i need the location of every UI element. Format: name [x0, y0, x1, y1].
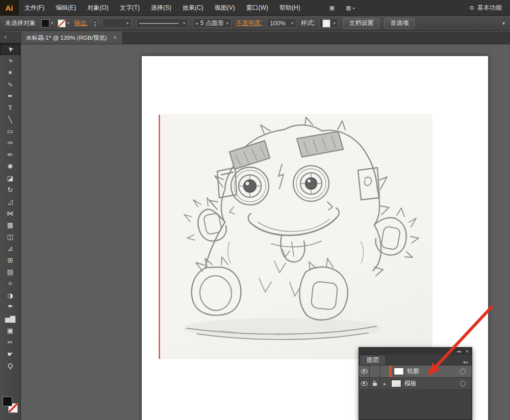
width-profile-dropdown[interactable]: ▾ — [136, 18, 188, 28]
perspective-grid-tool[interactable]: ⊿ — [0, 243, 20, 254]
fill-stroke-swatches[interactable] — [3, 397, 18, 413]
direct-selection-tool[interactable]: ➢ — [0, 55, 20, 67]
document-window-icon[interactable]: ▣ — [329, 5, 335, 11]
monster-sketch-svg — [158, 114, 432, 359]
chevron-down-icon: ▾ — [333, 21, 335, 25]
stroke-width-dropdown[interactable]: ▾ — [102, 18, 132, 28]
type-tool[interactable]: T — [0, 102, 20, 114]
layer-thumbnail[interactable] — [391, 380, 401, 387]
document-tab[interactable]: 未标题-1* @ 139% (RGB/预览) × — [20, 32, 123, 44]
workspace-switcher[interactable]: ⧉ 基本功能 — [470, 4, 510, 12]
arrange-documents-control[interactable]: ▦ ▾ — [346, 5, 354, 11]
menu-item-0[interactable]: 文件(F) — [19, 0, 50, 15]
lock-toggle[interactable] — [370, 365, 380, 377]
fill-color-control[interactable]: ▾ — [41, 19, 53, 28]
step-down-icon[interactable]: ▾ — [94, 23, 96, 27]
monster-mouth — [248, 208, 339, 262]
lasso-tool[interactable]: ∿ — [0, 78, 20, 90]
free-transform-tool[interactable]: ▦ — [0, 219, 20, 231]
shape-builder-tool[interactable]: ◫ — [0, 231, 20, 243]
visibility-toggle[interactable] — [359, 365, 370, 377]
layer-thumbnail[interactable] — [394, 368, 404, 375]
preferences-button[interactable]: 首选项 — [384, 18, 415, 29]
control-panel-menu-icon[interactable]: ▾ — [502, 20, 505, 26]
brush-definition-dropdown[interactable]: • 5 点圆形 ▾ — [193, 18, 232, 28]
selection-tool[interactable]: ➤ — [0, 43, 20, 55]
pencil-tool[interactable]: ✏ — [0, 149, 20, 161]
panel-collapse-icon[interactable]: ◂◂ — [457, 349, 461, 354]
stroke-panel-link[interactable]: 描边: — [74, 19, 88, 28]
stroke-none-swatch — [58, 19, 66, 28]
eyedropper-tool[interactable]: ✧ — [0, 278, 20, 290]
eraser-tool[interactable]: ◪ — [0, 172, 20, 184]
menu-item-2[interactable]: 对象(O) — [82, 0, 114, 15]
stroke-width-stepper[interactable]: ▴▾ — [92, 19, 97, 28]
zoom-tool[interactable]: Ϙ — [0, 360, 20, 372]
control-bar: 未选择对象 ▾ ▾ 描边: ▴▾ ▾ ▾ • 5 点圆形 ▾ 不透明度: 100… — [0, 16, 510, 31]
step-up-icon[interactable]: ▴ — [94, 20, 96, 23]
artboard-tool[interactable]: ▣ — [0, 325, 20, 336]
opacity-dropdown[interactable]: 100% ▾ — [267, 18, 296, 28]
layer-row-1[interactable]: ▸模板 — [359, 378, 472, 390]
panel-close-icon[interactable]: × — [466, 348, 469, 354]
workspace-icon: ⧉ — [470, 5, 474, 11]
menu-item-3[interactable]: 文字(T) — [114, 0, 145, 15]
blend-tool[interactable]: ◑ — [0, 290, 20, 301]
layer-name[interactable]: 模板 — [404, 379, 460, 388]
scale-tool[interactable]: ◿ — [0, 196, 20, 207]
slice-tool[interactable]: ✂ — [0, 336, 20, 348]
menu-item-8[interactable]: 帮助(H) — [274, 0, 306, 15]
target-circle-icon[interactable] — [460, 369, 466, 374]
blend-tool-icon: ◑ — [7, 292, 13, 299]
app-logo[interactable]: Ai — [0, 0, 19, 15]
style-dropdown[interactable]: ▾ — [319, 18, 338, 28]
layer-name[interactable]: 轮廓 — [407, 367, 460, 376]
toolbar-fill-swatch[interactable] — [3, 397, 12, 406]
style-label: 样式: — [301, 19, 315, 28]
artboard-tool-icon: ▣ — [7, 327, 13, 334]
rotate-tool[interactable]: ↻ — [0, 184, 20, 196]
menu-item-4[interactable]: 选择(S) — [145, 0, 177, 15]
eye-icon — [361, 369, 368, 374]
menu-item-6[interactable]: 视图(V) — [209, 0, 241, 15]
chevron-down-icon: ▾ — [126, 21, 129, 25]
disclosure-triangle[interactable]: ▸ — [380, 378, 389, 389]
symbol-sprayer-tool[interactable]: ☂ — [0, 301, 20, 313]
paintbrush-tool[interactable]: ✑ — [0, 137, 20, 149]
panel-menu-icon[interactable]: ▾≡ — [463, 360, 472, 365]
layer-color-bar — [389, 365, 392, 377]
line-segment-tool[interactable]: ╲ — [0, 114, 20, 125]
menu-item-5[interactable]: 效果(C) — [177, 0, 209, 15]
tools-panel: » ➤➢✶∿✒T╲▭✑✏✺◪↻◿⋈▦◫⊿⊞▤✧◑☂▅▇▣✂☛Ϙ — [0, 32, 21, 420]
hand-tool[interactable]: ☛ — [0, 348, 20, 360]
toolbar-collapse-icon[interactable]: » — [0, 32, 20, 43]
blob-brush-tool[interactable]: ✺ — [0, 161, 20, 172]
pen-tool-icon: ✒ — [8, 92, 13, 100]
opacity-link[interactable]: 不透明度: — [236, 19, 262, 28]
gradient-tool[interactable]: ▤ — [0, 266, 20, 278]
scale-tool-icon: ◿ — [8, 198, 13, 205]
layers-tab[interactable]: 图层 — [360, 355, 386, 365]
stroke-color-control[interactable]: ▾ — [58, 19, 69, 28]
rectangle-tool[interactable]: ▭ — [0, 125, 20, 137]
document-setup-button[interactable]: 文档设置 — [343, 18, 379, 29]
chevron-down-icon: ▾ — [226, 21, 228, 25]
magic-wand-tool-icon: ✶ — [8, 69, 13, 76]
pen-tool[interactable]: ✒ — [0, 90, 20, 102]
disclosure-triangle — [380, 365, 389, 377]
tab-close-icon[interactable]: × — [113, 34, 117, 41]
layer-row-0[interactable]: 轮廓 — [359, 365, 472, 378]
sketch-image[interactable] — [158, 114, 432, 359]
mesh-tool[interactable]: ⊞ — [0, 254, 20, 266]
panel-title-bar[interactable]: ◂◂ × — [359, 348, 472, 355]
magic-wand-tool[interactable]: ✶ — [0, 67, 20, 78]
visibility-toggle[interactable] — [359, 378, 370, 389]
eraser-tool-icon: ◪ — [7, 174, 13, 182]
menu-item-7[interactable]: 窗口(W) — [241, 0, 274, 15]
column-graph-tool[interactable]: ▅▇ — [0, 313, 20, 325]
width-tool[interactable]: ⋈ — [0, 207, 20, 219]
target-circle-icon[interactable] — [460, 381, 466, 386]
menu-item-1[interactable]: 编辑(E) — [50, 0, 82, 15]
lock-toggle[interactable] — [370, 378, 380, 389]
chevron-down-icon: ▾ — [183, 21, 185, 25]
